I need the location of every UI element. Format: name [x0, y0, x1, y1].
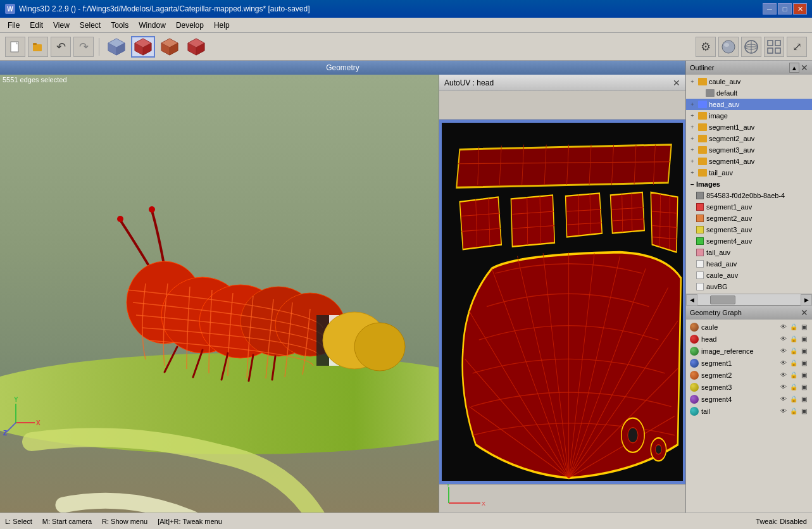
grid-button[interactable]: [764, 37, 784, 57]
visibility-icon[interactable]: 👁: [779, 407, 788, 416]
maximize-button[interactable]: □: [778, 3, 792, 15]
geom-row-segment3[interactable]: segment3 👁 🔒 ▣: [686, 381, 812, 393]
visibility-icon[interactable]: 👁: [779, 335, 788, 344]
autouv-canvas-top[interactable]: [439, 91, 685, 120]
visibility-icon[interactable]: 👁: [779, 383, 788, 392]
outliner-image-segment4[interactable]: segment4_auv: [686, 235, 812, 247]
geometry-graph-close-button[interactable]: ✕: [801, 308, 808, 317]
lock-icon[interactable]: 🔒: [789, 359, 798, 368]
menu-develop[interactable]: Develop: [171, 20, 209, 31]
geom-row-head[interactable]: head 👁 🔒 ▣: [686, 333, 812, 345]
visibility-icon[interactable]: 👁: [779, 323, 788, 332]
menu-edit[interactable]: Edit: [25, 20, 48, 31]
lock-icon[interactable]: 🔒: [789, 395, 798, 404]
image-reference-sphere-icon: [690, 347, 699, 356]
outliner-close-button[interactable]: ✕: [801, 63, 808, 72]
outliner-image-segment1[interactable]: segment1_auv: [686, 201, 812, 213]
outliner-image-segment2[interactable]: segment2_auv: [686, 213, 812, 224]
geom-row-segment2[interactable]: segment2 👁 🔒 ▣: [686, 369, 812, 381]
outliner-scroll-up[interactable]: ▲: [789, 63, 799, 73]
snap-button[interactable]: ⤢: [787, 37, 807, 57]
outliner-image-segment3[interactable]: segment3_auv: [686, 224, 812, 235]
outliner-image-1[interactable]: 854583-f0d2e0bb-8aeb-4: [686, 190, 812, 201]
wire-icon[interactable]: ▣: [799, 383, 808, 392]
outliner-image-head[interactable]: head_auv: [686, 258, 812, 270]
status-camera: M: Start camera: [42, 518, 92, 525]
geom-row-caule[interactable]: caule 👁 🔒 ▣: [686, 321, 812, 333]
lock-icon[interactable]: 🔒: [789, 323, 798, 332]
wire-icon[interactable]: ▣: [799, 371, 808, 380]
outliner-item-caule-auv[interactable]: + caule_auv: [686, 76, 812, 87]
wire-icon[interactable]: ▣: [799, 395, 808, 404]
outliner-item-default[interactable]: default: [686, 87, 812, 99]
close-button[interactable]: ✕: [793, 3, 807, 15]
wire-icon[interactable]: ▣: [799, 407, 808, 416]
menu-file[interactable]: File: [3, 20, 25, 31]
wire-icon[interactable]: ▣: [799, 335, 808, 344]
geom-row-segment1[interactable]: segment1 👁 🔒 ▣: [686, 357, 812, 369]
autouv-close-button[interactable]: ✕: [673, 78, 680, 87]
outliner-content[interactable]: + caule_auv default + head_auv +: [686, 75, 812, 294]
viewport[interactable]: Geometry 5551 edges selected: [0, 61, 685, 513]
geom-row-image-reference[interactable]: image_reference 👁 🔒 ▣: [686, 345, 812, 357]
outliner-image-auvbg[interactable]: auvBG: [686, 281, 812, 292]
wire-icon[interactable]: ▣: [799, 359, 808, 368]
scroll-right-button[interactable]: ▶: [801, 294, 812, 306]
scroll-track[interactable]: [697, 294, 801, 305]
autouv-canvas-main[interactable]: [439, 120, 685, 484]
outliner-item-segment4-auv[interactable]: + segment4_auv: [686, 156, 812, 167]
outliner-item-segment3-auv[interactable]: + segment3_auv: [686, 144, 812, 156]
lock-icon[interactable]: 🔒: [789, 371, 798, 380]
status-menu: R: Show menu: [102, 518, 147, 525]
visibility-icon[interactable]: 👁: [779, 347, 788, 356]
undo-button[interactable]: ↶: [51, 37, 71, 57]
view-cube-back[interactable]: [184, 36, 208, 58]
menu-select[interactable]: Select: [75, 20, 106, 31]
scroll-left-button[interactable]: ◀: [686, 294, 697, 306]
view-cube-default[interactable]: [104, 36, 128, 58]
view-cube-side[interactable]: [158, 36, 182, 58]
autouv-canvas-bottom[interactable]: X Y: [439, 484, 685, 513]
toolbar: ↶ ↷: [0, 33, 812, 61]
viewport-title: Geometry: [326, 63, 359, 72]
open-button[interactable]: [28, 37, 48, 57]
geom-row-tail[interactable]: tail 👁 🔒 ▣: [686, 405, 812, 417]
visibility-icon[interactable]: 👁: [779, 359, 788, 368]
autouv-panel[interactable]: AutoUV : head ✕: [439, 75, 685, 513]
outliner-image-tail[interactable]: tail_auv: [686, 247, 812, 258]
lock-icon[interactable]: 🔒: [789, 407, 798, 416]
wire-icon[interactable]: ▣: [799, 347, 808, 356]
wire-icon[interactable]: ▣: [799, 323, 808, 332]
toolbar-separator-1: [99, 38, 99, 56]
settings-button[interactable]: ⚙: [696, 37, 716, 57]
redo-button[interactable]: ↷: [73, 37, 94, 57]
outliner-item-segment1-auv[interactable]: + segment1_auv: [686, 121, 812, 133]
wireframe-button[interactable]: [741, 37, 761, 57]
scroll-thumb[interactable]: [710, 296, 735, 304]
new-button[interactable]: [5, 37, 25, 57]
visibility-icon[interactable]: 👁: [779, 395, 788, 404]
lock-icon[interactable]: 🔒: [789, 347, 798, 356]
shading-button[interactable]: [718, 37, 739, 57]
menu-help[interactable]: Help: [209, 20, 235, 31]
images-section-header[interactable]: − Images: [686, 178, 812, 190]
menu-window[interactable]: Window: [134, 20, 171, 31]
outliner-item-image[interactable]: + image: [686, 110, 812, 121]
visibility-icon[interactable]: 👁: [779, 371, 788, 380]
outliner-item-head-auv[interactable]: + head_auv: [686, 99, 812, 110]
view-cube-front-selected[interactable]: [131, 36, 155, 58]
outliner-label: head_auv: [706, 260, 737, 268]
lock-icon[interactable]: 🔒: [789, 383, 798, 392]
outliner-item-segment2-auv[interactable]: + segment2_auv: [686, 133, 812, 144]
menu-view[interactable]: View: [48, 20, 75, 31]
outliner-scrollbar[interactable]: ◀ ▶: [686, 294, 812, 305]
viewport-content[interactable]: 5551 edges selected: [0, 75, 685, 513]
lock-icon[interactable]: 🔒: [789, 335, 798, 344]
outliner-item-tail-auv[interactable]: + tail_auv: [686, 167, 812, 178]
geom-row-segment4[interactable]: segment4 👁 🔒 ▣: [686, 393, 812, 405]
menu-tools[interactable]: Tools: [106, 20, 134, 31]
outliner-image-caule[interactable]: caule_auv: [686, 270, 812, 281]
minimize-button[interactable]: ─: [763, 3, 777, 15]
svg-rect-29: [775, 48, 780, 53]
geometry-graph-content[interactable]: caule 👁 🔒 ▣ head 👁 🔒 ▣: [686, 320, 812, 513]
